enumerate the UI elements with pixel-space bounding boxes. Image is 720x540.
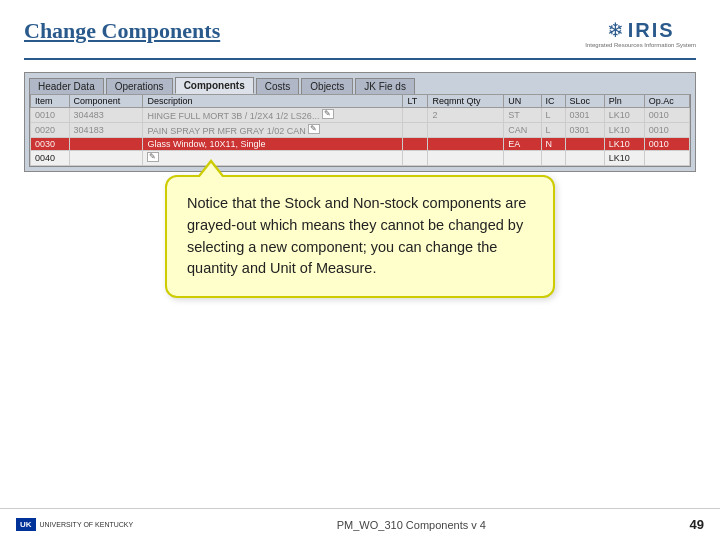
callout-container: Notice that the Stock and Non-stock comp… xyxy=(165,175,555,298)
cell-item: 0030 xyxy=(31,138,70,151)
cell-sloc: 0301 xyxy=(565,108,604,123)
cell-ic xyxy=(541,151,565,166)
tab-operations[interactable]: Operations xyxy=(106,78,173,94)
cell-item: 0020 xyxy=(31,123,70,138)
col-description: Description xyxy=(143,95,403,108)
cell-lt xyxy=(403,138,428,151)
table-header-row: Item Component Description LT Reqmnt Qty… xyxy=(31,95,690,108)
cell-component xyxy=(69,151,143,166)
cell-qty: 2 xyxy=(428,108,504,123)
cell-ic: N xyxy=(541,138,565,151)
callout-text: Notice that the Stock and Non-stock comp… xyxy=(187,193,533,280)
logo-tagline: Integrated Resources Information System xyxy=(585,42,696,48)
callout-bubble: Notice that the Stock and Non-stock comp… xyxy=(165,175,555,298)
screen-area: Header Data Operations Components Costs … xyxy=(24,72,696,172)
cell-component: 304483 xyxy=(69,108,143,123)
tab-costs[interactable]: Costs xyxy=(256,78,300,94)
cell-pln: LK10 xyxy=(604,123,644,138)
logo-iris-text: IRIS xyxy=(628,19,675,42)
col-pln: Pln xyxy=(604,95,644,108)
cell-un: CAN xyxy=(504,123,541,138)
cell-qty xyxy=(428,138,504,151)
cell-item: 0010 xyxy=(31,108,70,123)
table-row: 0020 304183 PAIN SPRAY PR MFR GRAY 1/02 … xyxy=(31,123,690,138)
col-opac: Op.Ac xyxy=(644,95,689,108)
components-table-wrapper: Item Component Description LT Reqmnt Qty… xyxy=(29,94,691,167)
col-un: UN xyxy=(504,95,541,108)
cell-description: Glass Window, 10X11, Single xyxy=(143,138,403,151)
edit-icon[interactable] xyxy=(322,109,334,119)
cell-pln: LK10 xyxy=(604,108,644,123)
col-lt: LT xyxy=(403,95,428,108)
cell-qty xyxy=(428,151,504,166)
logo-snowflake-icon: ❄ xyxy=(607,18,624,42)
cell-component xyxy=(69,138,143,151)
cell-opac: 0010 xyxy=(644,138,689,151)
cell-qty xyxy=(428,123,504,138)
col-reqmnt-qty: Reqmnt Qty xyxy=(428,95,504,108)
cell-opac: 0010 xyxy=(644,108,689,123)
col-component: Component xyxy=(69,95,143,108)
table-row: 0030 Glass Window, 10X11, Single EA N LK… xyxy=(31,138,690,151)
col-ic: IC xyxy=(541,95,565,108)
tab-objects[interactable]: Objects xyxy=(301,78,353,94)
cell-opac xyxy=(644,151,689,166)
footer-logo: UK UNIVERSITY OF KENTUCKY xyxy=(16,518,133,531)
footer-logo-subtext: UNIVERSITY OF KENTUCKY xyxy=(40,521,134,528)
cell-un: ST xyxy=(504,108,541,123)
header: Change Components ❄ IRIS Integrated Reso… xyxy=(24,18,696,48)
table-row: 0010 304483 HINGE FULL MORT 3B / 1/2X4 1… xyxy=(31,108,690,123)
cell-lt xyxy=(403,108,428,123)
page: Change Components ❄ IRIS Integrated Reso… xyxy=(0,0,720,540)
footer-center-text: PM_WO_310 Components v 4 xyxy=(133,519,689,531)
cell-component: 304183 xyxy=(69,123,143,138)
cell-ic: L xyxy=(541,108,565,123)
page-title: Change Components xyxy=(24,18,220,44)
edit-icon[interactable] xyxy=(308,124,320,134)
table-row: 0040 LK10 xyxy=(31,151,690,166)
footer-page-number: 49 xyxy=(690,517,704,532)
col-item: Item xyxy=(31,95,70,108)
cell-un: EA xyxy=(504,138,541,151)
footer: UK UNIVERSITY OF KENTUCKY PM_WO_310 Comp… xyxy=(0,508,720,540)
cell-sloc xyxy=(565,151,604,166)
cell-pln: LK10 xyxy=(604,151,644,166)
components-table: Item Component Description LT Reqmnt Qty… xyxy=(30,94,690,166)
cell-description xyxy=(143,151,403,166)
cell-un xyxy=(504,151,541,166)
edit-icon[interactable] xyxy=(147,152,159,162)
cell-description: HINGE FULL MORT 3B / 1/2X4 1/2 LS26... xyxy=(143,108,403,123)
tab-header-data[interactable]: Header Data xyxy=(29,78,104,94)
cell-pln: LK10 xyxy=(604,138,644,151)
iris-logo: ❄ IRIS Integrated Resources Information … xyxy=(585,18,696,48)
cell-sloc xyxy=(565,138,604,151)
col-sloc: SLoc xyxy=(565,95,604,108)
footer-logo-box: UK xyxy=(16,518,36,531)
cell-sloc: 0301 xyxy=(565,123,604,138)
cell-description: PAIN SPRAY PR MFR GRAY 1/02 CAN xyxy=(143,123,403,138)
tab-jk-fields[interactable]: JK Fie ds xyxy=(355,78,415,94)
header-divider xyxy=(24,58,696,60)
tabs-row: Header Data Operations Components Costs … xyxy=(29,77,691,94)
cell-lt xyxy=(403,123,428,138)
tab-components[interactable]: Components xyxy=(175,77,254,94)
cell-lt xyxy=(403,151,428,166)
cell-item: 0040 xyxy=(31,151,70,166)
cell-opac: 0010 xyxy=(644,123,689,138)
cell-ic: L xyxy=(541,123,565,138)
